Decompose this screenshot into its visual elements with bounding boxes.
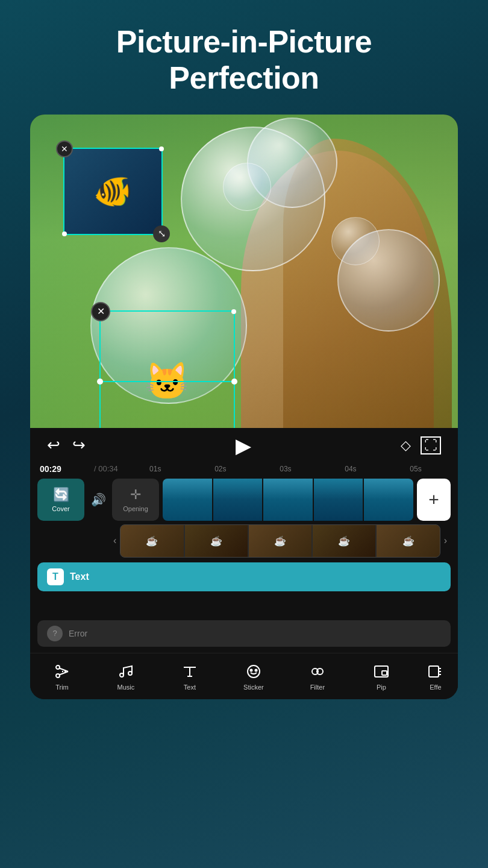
video-frame-1 [163, 479, 212, 521]
marker-3s: 03s [280, 465, 291, 473]
svg-point-1 [56, 674, 60, 678]
fullscreen-button[interactable]: ⛶ [421, 436, 441, 454]
tool-music-label: Music [117, 684, 135, 691]
opening-label: Opening [123, 505, 148, 512]
tool-text[interactable]: Text [158, 663, 222, 691]
text-track-label: Text [70, 571, 89, 582]
tool-effects-label: Effe [430, 684, 441, 691]
pip-track-row: ‹ ☕ ☕ ☕ ☕ ☕ › [30, 523, 458, 560]
page-title: Picture-in-PicturePerfection [36, 24, 452, 96]
corner-bl [62, 231, 67, 236]
volume-button[interactable]: 🔊 [88, 492, 108, 507]
pip-strip: ☕ ☕ ☕ ☕ ☕ [120, 524, 440, 558]
tool-text-label: Text [184, 684, 196, 691]
app-frame: 🐠 ✕ ⤡ 🐱 ✕ ⤡ ↩ [30, 115, 458, 699]
svg-point-10 [248, 665, 260, 678]
marker-4s: 04s [345, 465, 356, 473]
sticker-icon [245, 663, 262, 680]
pip-fish-overlay[interactable]: 🐠 ✕ ⤡ [63, 148, 163, 235]
video-frame-5 [364, 479, 413, 521]
svg-point-6 [128, 671, 132, 675]
time-separator: / 00:34 [94, 464, 118, 473]
video-strip [163, 479, 413, 521]
page-header: Picture-in-PicturePerfection [0, 0, 488, 115]
pip-frame-1: ☕ [120, 525, 183, 557]
video-frame-4 [314, 479, 363, 521]
redo-button[interactable]: ↪ [72, 436, 86, 454]
tool-trim[interactable]: Trim [30, 663, 94, 691]
pip-strip-left-arrow[interactable]: ‹ [110, 535, 120, 546]
tool-trim-label: Trim [55, 684, 69, 691]
play-button[interactable]: ▶ [236, 435, 251, 456]
pip-fish-resize-handle[interactable]: ⤡ [153, 225, 170, 242]
video-preview: 🐠 ✕ ⤡ 🐱 ✕ ⤡ [30, 115, 458, 428]
svg-point-11 [250, 669, 252, 671]
tool-sticker[interactable]: Sticker [222, 663, 286, 691]
left-controls: ↩ ↪ [47, 436, 86, 454]
tool-sticker-label: Sticker [243, 684, 264, 691]
tool-pip-label: Pip [377, 684, 386, 691]
marker-5s: 05s [410, 465, 421, 473]
svg-line-3 [59, 671, 68, 675]
filter-icon [309, 663, 326, 680]
add-clip-button[interactable]: + [417, 479, 451, 521]
tool-filter-label: Filter [310, 684, 325, 691]
pip-cat-close-button[interactable]: ✕ [91, 302, 110, 321]
right-controls: ◇ ⛶ [401, 436, 441, 454]
error-bar: ? Error [37, 620, 451, 647]
undo-button[interactable]: ↩ [47, 436, 60, 454]
svg-line-2 [59, 668, 68, 671]
svg-point-0 [56, 665, 60, 669]
pip-strip-right-arrow[interactable]: › [440, 535, 451, 546]
corner-tr [159, 146, 164, 151]
pip-cat-content: 🐱 [101, 312, 234, 428]
tool-pip[interactable]: Pip [349, 663, 413, 691]
video-frame-3 [263, 479, 313, 521]
tool-music[interactable]: Music [94, 663, 158, 691]
pip-frame-3: ☕ [249, 525, 311, 557]
pip-frame-2: ☕ [185, 525, 248, 557]
tool-effects[interactable]: Effe [413, 663, 458, 691]
controls-bar: ↩ ↪ ▶ ◇ ⛶ [30, 428, 458, 463]
main-track-row: 🔄 Cover 🔊 ✛ Opening + [30, 476, 458, 523]
current-time: 00:29 [40, 464, 94, 474]
corner-tr-cat [231, 309, 236, 314]
text-track-icon: T [47, 568, 64, 585]
error-label: Error [69, 629, 87, 638]
pip-fish-content: 🐠 [64, 149, 161, 234]
pip-frame-5: ☕ [377, 525, 439, 557]
effects-icon [427, 663, 444, 680]
cover-button[interactable]: 🔄 Cover [37, 479, 84, 521]
cover-icon: 🔄 [53, 487, 69, 503]
marker-1s: 01s [149, 465, 161, 473]
pip-fish-close-button[interactable]: ✕ [56, 140, 73, 157]
text-track[interactable]: T Text [37, 562, 451, 591]
pip-selection-line [97, 381, 237, 382]
opening-button[interactable]: ✛ Opening [112, 479, 159, 521]
time-ruler: 00:29 / 00:34 01s 02s 03s 04s 05s [30, 463, 458, 476]
svg-point-12 [255, 669, 257, 671]
cover-label: Cover [52, 505, 69, 512]
keyframe-button[interactable]: ◇ [401, 438, 411, 453]
bubble-right-2 [331, 217, 380, 265]
pip-icon [373, 663, 390, 680]
trim-icon [54, 663, 70, 680]
bubble-small-1 [223, 163, 271, 211]
svg-rect-17 [429, 666, 439, 677]
music-icon [117, 663, 134, 680]
video-frame-2 [213, 479, 263, 521]
marker-2s: 02s [214, 465, 226, 473]
pip-cat-overlay[interactable]: 🐱 ✕ ⤡ [99, 310, 235, 428]
tool-filter[interactable]: Filter [286, 663, 349, 691]
time-markers: 01s 02s 03s 04s 05s [123, 465, 448, 473]
text-icon [181, 663, 198, 680]
bottom-toolbar: Trim Music Text [30, 653, 458, 699]
svg-point-5 [120, 673, 124, 677]
svg-rect-16 [382, 671, 387, 675]
pip-frame-4: ☕ [313, 525, 375, 557]
opening-icon: ✛ [130, 487, 141, 503]
error-icon: ? [47, 626, 63, 641]
